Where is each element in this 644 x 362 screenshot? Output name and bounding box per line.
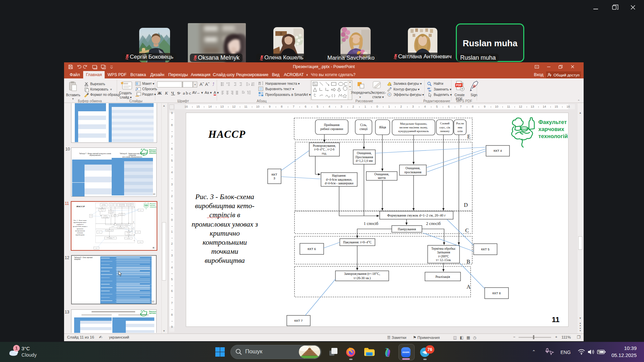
svg-text:PDF: PDF bbox=[456, 83, 462, 87]
svg-text:ac: ac bbox=[429, 89, 431, 92]
svg-text:ab: ab bbox=[427, 87, 430, 89]
